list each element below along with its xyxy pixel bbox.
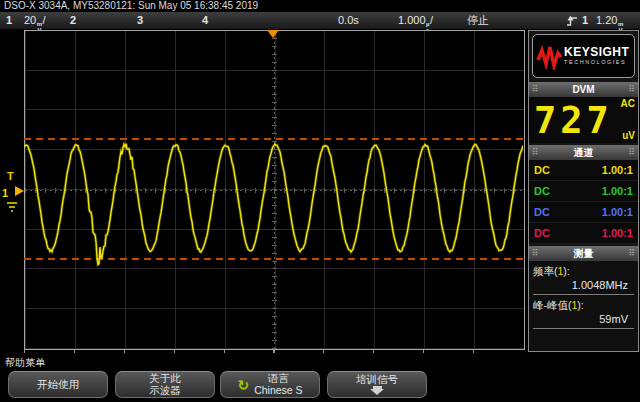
channel-4-button[interactable]: 4: [202, 13, 208, 28]
down-arrow-icon: [370, 385, 384, 395]
grip-icon: ⠿: [628, 145, 635, 160]
measurement-frequency: 频率(1): 1.0048MHz: [533, 264, 634, 295]
dvm-panel-header[interactable]: ⠿ DVM ⠿: [529, 82, 638, 97]
channel-1-scale-value: 20: [24, 14, 36, 26]
channels-panel-header[interactable]: ⠿ 通道 ⠿: [529, 145, 638, 160]
brand-subtitle: TECHNOLOGIES: [564, 59, 629, 66]
channel-1-scale[interactable]: 20mV/: [24, 13, 46, 28]
measurement-frequency-label-end: ):: [563, 265, 569, 277]
channel-3-row: DC1.00:1: [529, 202, 638, 223]
timebase-value: 1.000: [398, 14, 426, 26]
grip-icon: ⠿: [532, 145, 539, 160]
softkey-menu-title: 帮助菜单: [5, 356, 45, 370]
trigger-level-label: T: [7, 171, 14, 182]
channel-1-scale-suffix: /: [43, 14, 46, 26]
timebase-suffix: /: [430, 14, 433, 26]
grip-icon: ⠿: [532, 82, 539, 97]
softkey-about-line1: 关于此: [149, 373, 181, 385]
measurement-list: 频率(1): 1.0048MHz 峰-峰值(1): 59mV: [529, 261, 638, 351]
softkey-language-value: Chinese S: [254, 385, 302, 397]
brand-name: KEYSIGHT: [564, 46, 629, 59]
dvm-display: 727 AC uV: [529, 97, 638, 143]
channel-list: DC1.00:1 DC1.00:1 DC1.00:1 DC1.00:1: [529, 160, 638, 244]
softkey-getting-started-label: 开始使用: [37, 379, 79, 391]
measure-panel-title: 测量: [574, 248, 594, 259]
toolbar: 1 20mV/ 2 3 4 0.0s 1.000µs/ 停止 1 1.20mV: [0, 12, 640, 29]
softkey-language[interactable]: ↻ 语言 Chinese S: [220, 371, 320, 398]
graticule-bottom-ticks: [24, 350, 523, 353]
measurement-frequency-label: 频率(: [533, 265, 558, 277]
status-line: DSO-X 3034A, MY53280121: Sun May 05 16:3…: [4, 0, 258, 12]
channel-3-probe-ratio: 1.00:1: [602, 206, 633, 218]
dvm-unit: uV: [622, 130, 635, 141]
oscilloscope-screen: DSO-X 3034A, MY53280121: Sun May 05 16:3…: [0, 0, 640, 402]
measurement-vpp-label: 峰-峰值(: [533, 299, 572, 311]
softkey-about-line2: 示波器: [149, 385, 181, 397]
edge-trigger-icon: [566, 14, 578, 27]
trigger-level-marker[interactable]: [15, 186, 24, 196]
softkey-language-label: 语言: [254, 373, 302, 385]
dvm-panel-title: DVM: [572, 84, 594, 95]
channel-3-button[interactable]: 3: [137, 13, 143, 28]
channel-2-coupling: DC: [534, 185, 550, 197]
keysight-logo: KEYSIGHT TECHNOLOGIES: [532, 34, 635, 78]
measurement-vpp: 峰-峰值(1): 59mV: [533, 298, 634, 329]
measurement-vpp-label-end: ):: [577, 299, 583, 311]
channel-2-probe-ratio: 1.00:1: [602, 185, 633, 197]
softkey-getting-started[interactable]: 开始使用: [8, 371, 108, 398]
channel-4-row: DC1.00:1: [529, 223, 638, 244]
channel-2-button[interactable]: 2: [70, 13, 76, 28]
channel-2-row: DC1.00:1: [529, 181, 638, 202]
channel-1-ground-label: 1: [2, 188, 8, 199]
waveform-ch1: [24, 30, 523, 348]
channel-1-coupling: DC: [534, 164, 550, 176]
channel-4-coupling: DC: [534, 227, 550, 239]
keysight-logo-icon: [536, 42, 562, 70]
ground-marker-icon: [5, 201, 19, 214]
measurement-vpp-value: 59mV: [533, 312, 634, 329]
grip-icon: ⠿: [628, 82, 635, 97]
grip-icon: ⠿: [628, 246, 635, 261]
run-state-indicator: 停止: [467, 13, 489, 28]
trigger-level-readout[interactable]: 1.20mV: [596, 13, 624, 28]
dvm-value: 727: [534, 97, 613, 143]
measurement-frequency-value: 1.0048MHz: [533, 278, 634, 295]
channel-4-probe-ratio: 1.00:1: [602, 227, 633, 239]
measure-panel-header[interactable]: ⠿ 测量 ⠿: [529, 246, 638, 261]
trigger-level-value: 1.20: [596, 14, 617, 26]
channel-3-coupling: DC: [534, 206, 550, 218]
trigger-source-readout: 1: [582, 13, 588, 28]
cycle-icon: ↻: [237, 378, 249, 392]
timebase-readout[interactable]: 1.000µs/: [398, 13, 433, 28]
softkey-about-oscilloscope[interactable]: 关于此 示波器: [115, 371, 215, 398]
grip-icon: ⠿: [532, 246, 539, 261]
channel-1-row: DC1.00:1: [529, 160, 638, 181]
channel-1-button[interactable]: 1: [6, 13, 12, 28]
dvm-mode: AC: [621, 98, 635, 109]
horizontal-delay-readout[interactable]: 0.0s: [338, 13, 359, 28]
softkey-training-signals[interactable]: 培训信号: [327, 371, 427, 398]
sidebar: KEYSIGHT TECHNOLOGIES ⠿ DVM ⠿ 727 AC uV …: [528, 30, 639, 352]
channel-1-probe-ratio: 1.00:1: [602, 164, 633, 176]
channels-panel-title: 通道: [574, 147, 594, 158]
trigger-time-marker[interactable]: [267, 30, 279, 38]
softkey-training-signals-label: 培训信号: [356, 374, 398, 386]
